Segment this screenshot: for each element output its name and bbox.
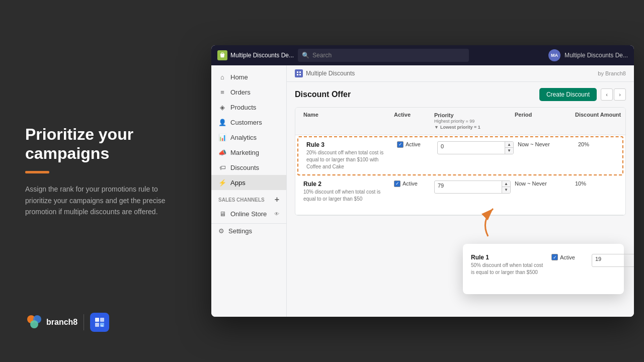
add-channel-icon[interactable]: + [275, 195, 279, 204]
rule1-active-cell: ✓ Active [549, 250, 590, 264]
rule1-name-cell: Rule 1 50% discount off when total cost … [469, 250, 549, 280]
rule3-down-arrow[interactable]: ▼ [505, 148, 513, 154]
th-period: Period [513, 108, 573, 135]
th-discount: Discount Amount [573, 108, 626, 135]
sidebar-item-apps[interactable]: ⚡ Apps [211, 175, 286, 190]
search-icon: 🔍 [302, 52, 309, 59]
rule3-priority-cell: 0 ▲ ▼ [435, 137, 516, 158]
table-row-rule2: Rule 2 10% discount off when total cost … [295, 176, 625, 215]
table-row-rule3: Rule 3 20% discount off when total cost … [297, 136, 623, 175]
rule1-row: Rule 1 50% discount off when total cost … [469, 250, 618, 288]
svg-rect-3 [95, 318, 99, 322]
svg-point-2 [30, 320, 38, 328]
rule1-priority-val: 19 [592, 254, 634, 266]
home-icon: ⌂ [218, 73, 226, 81]
rule2-checkbox[interactable]: ✓ [394, 180, 400, 187]
shopify-window: Multiple Discounts De... 🔍 Search MA Mul… [211, 45, 634, 317]
svg-text:%: % [101, 324, 104, 327]
orders-icon: ≡ [218, 88, 226, 96]
sidebar-label-apps: Apps [230, 179, 246, 187]
branch8-logo: branch8 [25, 313, 77, 331]
sidebar-label-online-store: Online Store [230, 210, 267, 218]
shopify-icon [217, 50, 227, 60]
rule1-priority-input[interactable]: 19 ▲ ▼ [592, 254, 634, 267]
sidebar-label-analytics: Analytics [230, 134, 257, 141]
sidebar-item-home[interactable]: ⌂ Home [211, 69, 286, 84]
next-arrow[interactable]: › [614, 88, 626, 101]
rule1-active-label: Active [560, 254, 575, 260]
breadcrumb-bar: Multiple Discounts by Branch8 [287, 65, 634, 82]
rule3-up-arrow[interactable]: ▲ [505, 142, 513, 148]
rule2-priority-input[interactable]: 79 ▲ ▼ [434, 180, 511, 194]
svg-rect-11 [299, 74, 301, 75]
sidebar-item-customers[interactable]: 👤 Customers [211, 115, 286, 130]
sidebar-label-marketing: Marketing [230, 149, 259, 156]
sidebar-item-settings[interactable]: ⚙ Settings [211, 223, 286, 238]
rule3-desc: 20% discount off when total cost is equa… [306, 149, 393, 170]
brand-name: branch8 [46, 318, 77, 327]
logo-area: branch8 % [25, 313, 109, 332]
store-name: Multiple Discounts De... [230, 52, 294, 59]
discount-header: Discount Offer Create Discount ‹ › [295, 88, 626, 101]
svg-rect-9 [299, 71, 301, 73]
topbar-search[interactable]: 🔍 Search [298, 49, 469, 62]
rule3-name-cell: Rule 3 20% discount off when total cost … [304, 137, 395, 174]
rule1-checkbox[interactable]: ✓ [551, 254, 558, 260]
customers-icon: 👤 [218, 118, 226, 126]
rule3-checkbox[interactable]: ✓ [397, 141, 404, 148]
sidebar-item-discounts[interactable]: 🏷 Discounts [211, 160, 286, 175]
breadcrumb-left: Multiple Discounts [295, 69, 355, 77]
sales-channels-section: SALES CHANNELS + [211, 190, 286, 206]
app-icon: % [90, 313, 109, 332]
breadcrumb-app-name: Multiple Discounts [306, 70, 355, 77]
store-visibility-icon: 👁 [274, 211, 279, 217]
rule2-active-cell: ✓ Active [392, 176, 432, 191]
rule3-period: Now ~ Never [516, 137, 576, 151]
th-name: Name [301, 108, 392, 135]
create-discount-button[interactable]: Create Discount [539, 88, 597, 101]
breadcrumb-by: by Branch8 [598, 70, 626, 76]
discount-panel: Discount Offer Create Discount ‹ › Name [287, 82, 634, 222]
sidebar-label-products: Products [230, 104, 256, 111]
breadcrumb-icon [295, 69, 303, 77]
sales-channels-label: SALES CHANNELS [218, 197, 265, 203]
avatar: MA [548, 49, 560, 61]
svg-rect-8 [297, 71, 298, 73]
rule2-up-arrow[interactable]: ▲ [502, 181, 510, 187]
nav-arrows: ‹ › [601, 88, 626, 101]
sidebar-item-orders[interactable]: ≡ Orders [211, 84, 286, 100]
rule3-priority-val: 0 [438, 142, 505, 154]
rule2-desc: 10% discount off when total cost is equa… [303, 189, 390, 203]
priority-note1: Highest priority = 99 [434, 119, 511, 125]
prev-arrow[interactable]: ‹ [601, 88, 613, 101]
rule3-priority-arrows: ▲ ▼ [505, 142, 513, 154]
rule2-priority-cell: 79 ▲ ▼ [432, 176, 513, 198]
rule2-priority-val: 79 [435, 181, 502, 193]
svg-rect-10 [297, 74, 298, 75]
discount-title: Discount Offer [295, 90, 351, 99]
table-header: Name Active Priority Highest priority = … [295, 108, 625, 135]
description: Assign the rank for your promotions rule… [25, 184, 186, 217]
sidebar-item-products[interactable]: ◈ Products [211, 100, 286, 115]
settings-icon: ⚙ [218, 227, 224, 235]
rule2-down-arrow[interactable]: ▼ [502, 187, 510, 193]
main-layout: ⌂ Home ≡ Orders ◈ Products 👤 Customers 📊… [211, 65, 634, 317]
th-priority: Priority Highest priority = 99 ▼ Lowest … [432, 108, 513, 135]
sidebar-item-online-store[interactable]: 🖥 Online Store 👁 [211, 206, 286, 221]
rule2-name: Rule 2 [303, 180, 390, 188]
sidebar-label-orders: Orders [230, 88, 251, 96]
rule3-name: Rule 3 [306, 141, 393, 148]
sidebar-item-marketing[interactable]: 📣 Marketing [211, 145, 286, 160]
topbar-right: MA Multiple Discounts De... [548, 49, 628, 61]
sidebar-label-discounts: Discounts [230, 164, 259, 171]
discounts-icon: 🏷 [218, 163, 226, 171]
floating-card-rule1: Rule 1 50% discount off when total cost … [463, 244, 624, 294]
rule1-desc: 50% discount off when total cost is equa… [471, 262, 547, 276]
svg-rect-5 [95, 323, 99, 327]
rule3-active-label: Active [406, 141, 421, 147]
logo-divider [84, 314, 84, 330]
th-active: Active [392, 108, 432, 135]
sidebar-item-analytics[interactable]: 📊 Analytics [211, 130, 286, 145]
rule2-discount: 10% [573, 176, 626, 191]
rule3-priority-input[interactable]: 0 ▲ ▼ [437, 141, 514, 154]
